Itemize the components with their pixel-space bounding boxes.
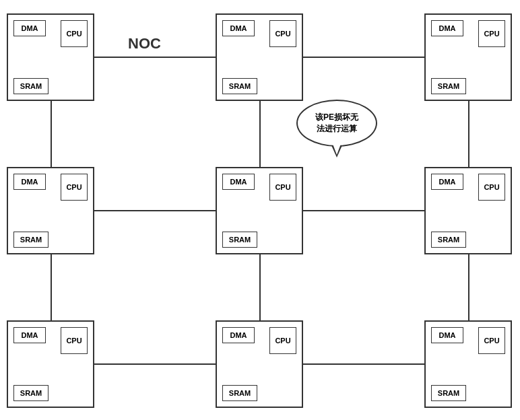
- pe-bottom-left: DMA CPU SRAM: [7, 320, 94, 408]
- noc-label: NOC: [128, 35, 161, 53]
- sram-bl: SRAM: [13, 385, 48, 401]
- dma-tr: DMA: [431, 20, 463, 36]
- hline-bm-br: [303, 363, 424, 365]
- cpu-mm: CPU: [269, 174, 296, 201]
- bubble-text: 该PE损坏无 法进行运算: [315, 112, 358, 135]
- dma-tm: DMA: [222, 20, 255, 36]
- sram-bm: SRAM: [222, 385, 257, 401]
- vline-tm-mm: [259, 101, 261, 167]
- pe-top-middle: DMA CPU SRAM: [216, 13, 303, 101]
- sram-ml: SRAM: [13, 232, 48, 248]
- cpu-tr: CPU: [478, 20, 505, 47]
- cpu-ml: CPU: [61, 174, 88, 201]
- hline-ml-mm: [94, 210, 216, 211]
- pe-middle-middle: DMA CPU SRAM: [216, 167, 303, 254]
- dma-bl: DMA: [13, 327, 46, 343]
- sram-br: SRAM: [431, 385, 466, 401]
- pe-bottom-right: DMA CPU SRAM: [424, 320, 512, 408]
- sram-mr: SRAM: [431, 232, 466, 248]
- hline-tl-tm: [94, 57, 216, 58]
- cpu-mr: CPU: [478, 174, 505, 201]
- cpu-tm: CPU: [269, 20, 296, 47]
- pe-top-right: DMA CPU SRAM: [424, 13, 512, 101]
- dma-ml: DMA: [13, 174, 46, 190]
- sram-mm: SRAM: [222, 232, 257, 248]
- broken-pe-bubble: 该PE损坏无 法进行运算: [296, 100, 377, 147]
- cpu-tl: CPU: [61, 20, 88, 47]
- cpu-bm: CPU: [269, 327, 296, 354]
- pe-middle-left: DMA CPU SRAM: [7, 167, 94, 254]
- dma-bm: DMA: [222, 327, 255, 343]
- vline-mm-bm: [259, 254, 261, 320]
- sram-tm: SRAM: [222, 78, 257, 94]
- dma-tl: DMA: [13, 20, 46, 36]
- pe-bottom-middle: DMA CPU SRAM: [216, 320, 303, 408]
- hline-tm-tr: [303, 57, 424, 58]
- cpu-br: CPU: [478, 327, 505, 354]
- pe-top-left: DMA CPU SRAM: [7, 13, 94, 101]
- main-canvas: NOC DMA CPU SRAM DMA CPU SRAM DMA CPU SR…: [0, 0, 520, 420]
- dma-br: DMA: [431, 327, 463, 343]
- pe-middle-right: DMA CPU SRAM: [424, 167, 512, 254]
- vline-tl-ml: [51, 101, 52, 167]
- vline-ml-bl: [51, 254, 52, 320]
- hline-mm-mr: [303, 210, 424, 211]
- dma-mm: DMA: [222, 174, 255, 190]
- vline-mr-br: [468, 254, 469, 320]
- sram-tr: SRAM: [431, 78, 466, 94]
- hline-bl-bm: [94, 363, 216, 365]
- sram-tl: SRAM: [13, 78, 48, 94]
- vline-tr-mr: [468, 101, 469, 167]
- dma-mr: DMA: [431, 174, 463, 190]
- cpu-bl: CPU: [61, 327, 88, 354]
